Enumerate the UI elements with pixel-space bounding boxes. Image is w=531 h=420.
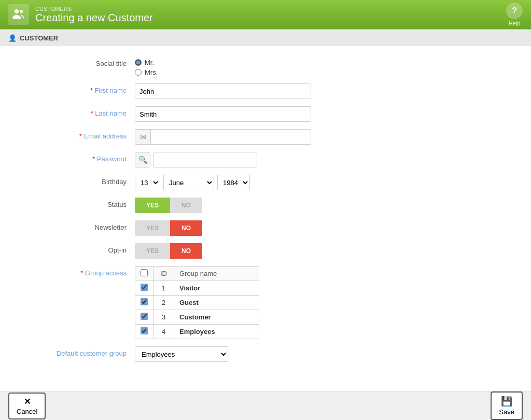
status-yes-button[interactable]: YES xyxy=(135,198,170,213)
social-title-label: Social title xyxy=(21,57,135,67)
col-id-header: ID xyxy=(153,267,174,281)
password-label: Password xyxy=(21,152,135,163)
save-label: Save xyxy=(499,408,514,416)
password-icon: 🔍 xyxy=(135,152,150,167)
help-icon: ? xyxy=(506,3,523,19)
group-access-table: ID Group name 1 Visitor 2 Guest xyxy=(135,266,259,339)
newsletter-yes-button[interactable]: YES xyxy=(135,220,170,236)
last-name-row: Last name xyxy=(0,106,531,122)
opt-in-label: Opt-in xyxy=(21,243,135,254)
opt-in-row: Opt-in YES NO xyxy=(0,243,531,259)
table-row: 1 Visitor xyxy=(135,281,259,296)
radio-mr[interactable] xyxy=(135,59,142,66)
select-all-checkbox[interactable] xyxy=(141,269,148,276)
group-visitor-id: 1 xyxy=(153,281,174,296)
group-employees-name: Employees xyxy=(174,325,259,339)
save-button[interactable]: 💾 Save xyxy=(491,391,523,418)
customers-icon xyxy=(8,4,29,25)
group-visitor-checkbox[interactable] xyxy=(141,284,148,291)
default-customer-group-row: Default customer group Visitor Guest Cus… xyxy=(0,346,531,362)
newsletter-toggle: YES NO xyxy=(135,220,311,236)
email-label: Email address xyxy=(21,129,135,140)
section-header: 👤 CUSTOMER xyxy=(0,29,531,46)
group-customer-id: 3 xyxy=(153,310,174,325)
password-row: Password 🔍 xyxy=(0,152,531,167)
first-name-label: First name xyxy=(21,83,135,94)
table-row: 2 Guest xyxy=(135,296,259,310)
opt-in-toggle: YES NO xyxy=(135,243,311,259)
save-icon: 💾 xyxy=(501,396,512,407)
svg-point-1 xyxy=(20,10,23,13)
group-access-row: Group access ID Group name 1 Visitor xyxy=(0,266,531,339)
cancel-button[interactable]: ✕ Cancel xyxy=(8,393,46,419)
newsletter-no-button[interactable]: NO xyxy=(170,220,202,236)
default-customer-group-label: Default customer group xyxy=(21,346,135,357)
group-visitor-name: Visitor xyxy=(174,281,259,296)
table-row: 4 Employees xyxy=(135,325,259,339)
last-name-input[interactable] xyxy=(135,106,311,122)
mrs-label: Mrs. xyxy=(145,68,158,76)
password-input[interactable] xyxy=(153,152,257,167)
help-button[interactable]: ? Help xyxy=(506,3,523,26)
default-customer-group-select[interactable]: Visitor Guest Customer Employees xyxy=(135,346,228,362)
opt-in-yes-button[interactable]: YES xyxy=(135,243,170,259)
first-name-input[interactable] xyxy=(135,83,311,99)
col-name-header: Group name xyxy=(174,267,259,281)
birthday-label: Birthday xyxy=(21,175,135,186)
page-title: Creating a new Customer xyxy=(35,12,153,24)
radio-mrs[interactable] xyxy=(135,69,142,76)
person-icon: 👤 xyxy=(8,34,17,42)
group-employees-checkbox[interactable] xyxy=(141,327,148,334)
cancel-icon: ✕ xyxy=(24,397,31,407)
status-row: Status YES NO xyxy=(0,198,531,213)
newsletter-row: Newsletter YES NO xyxy=(0,220,531,236)
social-title-row: Social title Mr. Mrs. xyxy=(0,57,531,76)
password-wrapper: 🔍 xyxy=(135,152,311,167)
cancel-label: Cancel xyxy=(17,408,37,415)
social-title-group: Mr. Mrs. xyxy=(135,57,311,76)
group-employees-id: 4 xyxy=(153,325,174,339)
help-label: Help xyxy=(509,20,521,26)
email-row: Email address ✉ xyxy=(0,129,531,145)
email-input[interactable] xyxy=(151,130,311,144)
group-customer-name: Customer xyxy=(174,310,259,325)
group-access-label: Group access xyxy=(21,266,135,277)
birthday-month-select[interactable]: JanuaryFebruaryMarchAprilMay JuneJulyAug… xyxy=(163,175,214,190)
group-guest-checkbox[interactable] xyxy=(141,298,148,305)
email-input-wrapper: ✉ xyxy=(135,129,311,145)
app-header: CUSTOMERS Creating a new Customer ? Help xyxy=(0,0,531,29)
mr-label: Mr. xyxy=(145,59,154,66)
status-label: Status xyxy=(21,198,135,208)
birthday-year-select[interactable]: 1980198119821983 198419851986 xyxy=(217,175,250,190)
svg-point-0 xyxy=(15,9,19,13)
birthday-row: Birthday 13 12345 678910 11121415 Januar… xyxy=(0,175,531,190)
footer: ✕ Cancel 💾 Save xyxy=(0,391,531,418)
first-name-row: First name xyxy=(0,83,531,99)
status-toggle: YES NO xyxy=(135,198,311,213)
table-header-row: ID Group name xyxy=(135,267,259,281)
email-icon: ✉ xyxy=(135,130,151,144)
main-content: Social title Mr. Mrs. First name Last na… xyxy=(0,46,531,418)
group-guest-name: Guest xyxy=(174,296,259,310)
birthday-day-select[interactable]: 13 12345 678910 11121415 xyxy=(135,175,160,190)
social-title-mrs[interactable]: Mrs. xyxy=(135,68,311,76)
group-customer-checkbox[interactable] xyxy=(141,313,148,320)
newsletter-label: Newsletter xyxy=(21,220,135,231)
breadcrumb: CUSTOMERS xyxy=(35,6,153,12)
opt-in-no-button[interactable]: NO xyxy=(170,243,202,259)
status-no-button[interactable]: NO xyxy=(170,198,202,213)
last-name-label: Last name xyxy=(21,106,135,117)
group-guest-id: 2 xyxy=(153,296,174,310)
section-label: CUSTOMER xyxy=(20,34,58,42)
table-row: 3 Customer xyxy=(135,310,259,325)
social-title-mr[interactable]: Mr. xyxy=(135,59,311,66)
birthday-group: 13 12345 678910 11121415 JanuaryFebruary… xyxy=(135,175,311,190)
